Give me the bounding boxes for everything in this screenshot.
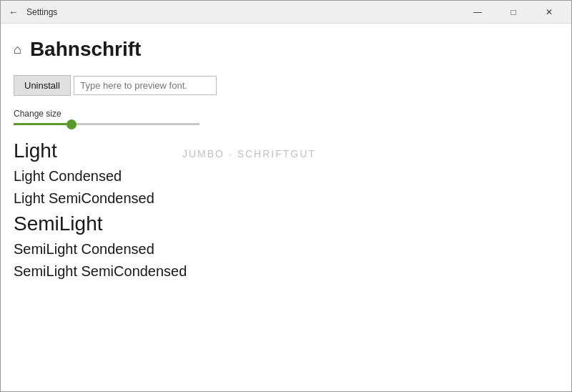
- variant-name: SemiLight: [14, 212, 171, 235]
- list-item: SemiLight SemiCondensed: [14, 262, 558, 281]
- variant-name: SemiLight Condensed: [14, 241, 171, 258]
- variant-name: SemiLight SemiCondensed: [14, 263, 187, 280]
- titlebar-title: Settings: [26, 7, 57, 17]
- uninstall-button[interactable]: Uninstall: [14, 75, 71, 96]
- list-item: SemiLight Condensed: [14, 240, 558, 259]
- back-icon: ←: [9, 6, 19, 18]
- home-icon[interactable]: ⌂: [14, 42, 21, 57]
- variant-name: Light Condensed: [14, 168, 171, 185]
- size-label: Change size: [14, 109, 558, 119]
- list-item: LightJUMBO · SCHRIFTGUT: [14, 138, 558, 164]
- page-title: Bahnschrift: [30, 38, 142, 61]
- font-variants-list: LightJUMBO · SCHRIFTGUTLight CondensedLi…: [14, 138, 558, 281]
- variant-name: Light SemiCondensed: [14, 190, 171, 207]
- size-slider[interactable]: [14, 123, 199, 125]
- list-item: SemiLight: [14, 211, 558, 237]
- list-item: Light Condensed: [14, 167, 558, 186]
- main-content: ⌂ Bahnschrift Uninstall Change size Ligh…: [1, 24, 571, 298]
- slider-container: [14, 123, 199, 125]
- font-preview-input[interactable]: [74, 76, 217, 95]
- close-button[interactable]: ✕: [533, 1, 566, 24]
- titlebar-controls: — □ ✕: [461, 1, 566, 24]
- variant-name: Light: [14, 139, 171, 162]
- titlebar: ← Settings — □ ✕: [1, 1, 571, 24]
- back-button[interactable]: ←: [6, 5, 21, 19]
- titlebar-left: ← Settings: [6, 5, 57, 19]
- list-item: Light SemiCondensed: [14, 189, 558, 208]
- variant-preview: JUMBO · SCHRIFTGUT: [182, 148, 316, 160]
- minimize-button[interactable]: —: [461, 1, 494, 24]
- restore-button[interactable]: □: [497, 1, 530, 24]
- page-header: ⌂ Bahnschrift: [14, 38, 558, 61]
